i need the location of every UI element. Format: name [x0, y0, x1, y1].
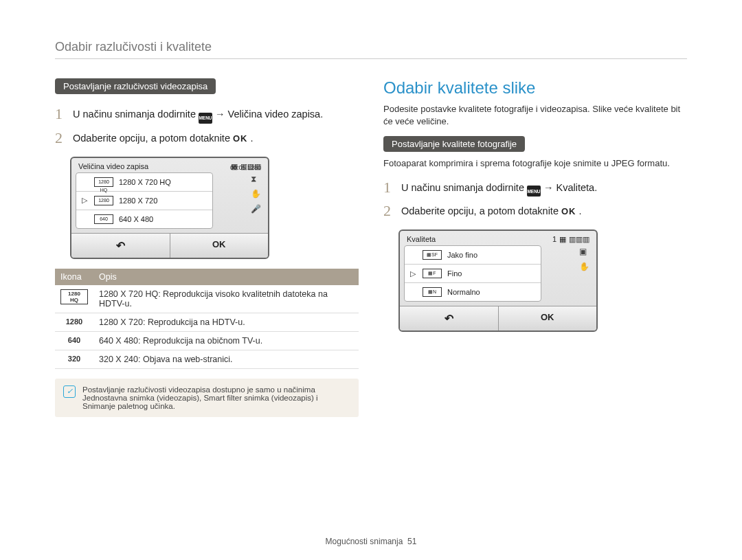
video-size-mock: Veličina video zapisa ▦▥▥▥ 00:05 1280 12…	[70, 157, 269, 259]
right-step-1: 1 U načinu snimanja dodirnite MENU → Kva…	[383, 179, 687, 197]
mic-icon: 🎤	[251, 204, 261, 214]
ok-button[interactable]: OK	[499, 306, 597, 331]
quality-icon: ▦SF	[423, 250, 442, 260]
table-row: 640 640 X 480: Reprodukcija na običnom T…	[55, 331, 359, 350]
video-size-list: 1280 HQ 1280 X 720 HQ ▷ 1280 1280 X 720 …	[76, 172, 213, 229]
table-row: 1280 1280 X 720: Reprodukcija na HDTV-u.	[55, 313, 359, 331]
stabilize-icon: ✋	[251, 189, 261, 199]
quality-mock: Kvaliteta 1▦▥▥▥ ▦SF Jako ﬁno ▷ ▦F Fino	[398, 229, 598, 332]
list-item[interactable]: ▦N Normalno	[405, 283, 541, 301]
menu-icon: MENU	[527, 186, 541, 197]
left-step-1: 1 U načinu snimanja dodirnite MENU → Vel…	[55, 105, 359, 124]
quality-icon: ▦F	[423, 269, 442, 278]
quality-icon: ▦N	[423, 287, 442, 297]
status-icons: 1▦▥▥▥	[550, 235, 589, 244]
table-header: Opis	[93, 269, 359, 285]
res-icon: 1280 HQ	[94, 177, 113, 187]
table-row: 320 320 X 240: Objava na web-stranici.	[55, 350, 359, 368]
section-heading: Odabir kvalitete slike	[383, 78, 687, 98]
left-step-2: 2 Odaberite opciju, a potom dotaknite OK…	[55, 129, 359, 147]
res-icon: 640	[94, 214, 113, 224]
ok-inline: OK	[233, 133, 248, 144]
list-item[interactable]: ▦SF Jako ﬁno	[405, 246, 541, 265]
intro-text: Podesite postavke kvalitete fotograﬁje i…	[383, 103, 687, 128]
stabilize-icon: ✋	[579, 262, 589, 271]
video-res-tag: Postavljanje razlučivosti videozapisa	[55, 78, 216, 94]
list-item[interactable]: 1280 HQ 1280 X 720 HQ	[76, 173, 212, 192]
size-icon: ▣	[579, 247, 589, 256]
back-button[interactable]: ↶	[71, 234, 170, 258]
list-item[interactable]: ▷ 1280 1280 X 720	[76, 192, 212, 210]
quality-list: ▦SF Jako ﬁno ▷ ▦F Fino ▦N Normalno	[404, 245, 541, 302]
mock-title: Kvaliteta	[407, 235, 436, 244]
right-step-2: 2 Odaberite opciju, a potom dotaknite OK…	[383, 202, 687, 220]
timer-icon: ⧗	[251, 174, 261, 183]
page-footer: Mogućnosti snimanja 51	[0, 537, 742, 546]
list-item[interactable]: ▷ ▦F Fino	[405, 265, 541, 283]
video-res-table: Ikona Opis 1280 HQ 1280 X 720 HQ: Reprod…	[55, 269, 359, 369]
ok-button[interactable]: OK	[170, 234, 269, 258]
back-button[interactable]: ↶	[400, 306, 499, 331]
photo-quality-tag: Postavljanje kvalitete fotograﬁje	[383, 136, 525, 152]
table-row: 1280 HQ 1280 X 720 HQ: Reprodukcija viso…	[55, 285, 359, 313]
list-item[interactable]: 640 640 X 480	[76, 210, 212, 228]
mock-title: Veličina video zapisa	[78, 162, 148, 171]
right-column: Odabir kvalitete slike Podesite postavke…	[383, 78, 687, 417]
info-icon: ✓	[63, 385, 76, 398]
battery-icon: ▥▥▥	[569, 235, 589, 243]
ok-inline: OK	[561, 206, 576, 216]
info-note: ✓ Postavljanje razlučivosti videozapisa …	[55, 379, 359, 417]
left-column: Postavljanje razlučivosti videozapisa 1 …	[55, 78, 359, 417]
table-header: Ikona	[55, 269, 93, 285]
menu-icon: MENU	[199, 113, 212, 124]
res-icon: 1280	[94, 196, 113, 205]
sub-text: Fotoaparat komprimira i sprema fotograﬁj…	[383, 157, 687, 170]
page-title: Odabir razlučivosti i kvalitete	[55, 40, 687, 59]
